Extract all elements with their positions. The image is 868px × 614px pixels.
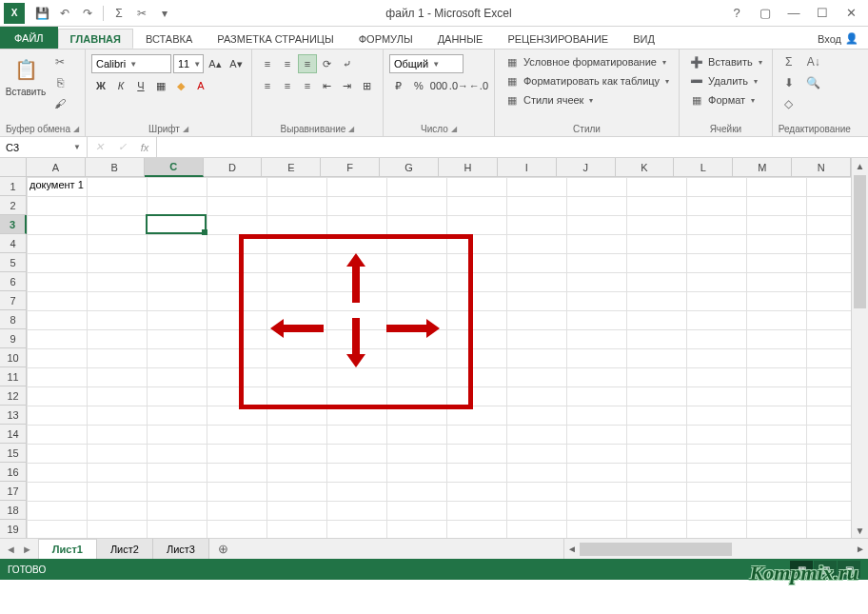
sheet-prev-button[interactable]: ◄: [6, 544, 16, 555]
row-header-7[interactable]: 7: [0, 291, 27, 310]
column-header-F[interactable]: F: [321, 158, 380, 177]
tab-view[interactable]: ВИД: [621, 29, 667, 49]
borders-button[interactable]: ▦: [151, 76, 170, 95]
decrease-indent-button[interactable]: ⇤: [318, 76, 337, 95]
scroll-thumb-h[interactable]: [580, 543, 732, 556]
align-middle-button[interactable]: ≡: [278, 54, 297, 73]
column-header-K[interactable]: K: [616, 158, 675, 177]
align-bottom-button[interactable]: ≡: [298, 54, 317, 73]
name-box[interactable]: C3▼: [0, 137, 88, 157]
row-header-3[interactable]: 3: [0, 215, 27, 234]
column-header-C[interactable]: C: [145, 158, 204, 177]
scroll-right-button[interactable]: ►: [853, 544, 868, 554]
increase-decimal-button[interactable]: .0→: [449, 76, 468, 95]
cell-styles-button[interactable]: ▦Стили ячеек▾: [501, 90, 673, 109]
cells-area[interactable]: документ 1: [27, 177, 851, 538]
clear-button[interactable]: ◇: [779, 94, 799, 113]
minimize-button[interactable]: —: [780, 4, 807, 23]
scroll-down-button[interactable]: ▼: [852, 523, 868, 538]
shrink-font-button[interactable]: A▾: [227, 54, 246, 73]
insert-cells-button[interactable]: ➕Вставить▾: [685, 52, 766, 71]
sheet-tab-2[interactable]: Лист2: [97, 539, 153, 559]
row-header-16[interactable]: 16: [0, 463, 27, 482]
column-header-G[interactable]: G: [380, 158, 439, 177]
ribbon-options-button[interactable]: ▢: [752, 4, 779, 23]
column-header-D[interactable]: D: [204, 158, 263, 177]
clipboard-dialog-icon[interactable]: ◢: [73, 125, 79, 133]
scroll-thumb-v[interactable]: [854, 175, 866, 308]
copy-button[interactable]: ⎘: [49, 73, 70, 92]
row-header-2[interactable]: 2: [0, 196, 27, 215]
vertical-scrollbar[interactable]: ▲ ▼: [851, 158, 868, 538]
row-header-18[interactable]: 18: [0, 501, 27, 520]
bold-button[interactable]: Ж: [91, 76, 110, 95]
align-top-button[interactable]: ≡: [258, 54, 277, 73]
tab-data[interactable]: ДАННЫЕ: [425, 29, 496, 49]
sheet-next-button[interactable]: ►: [22, 544, 32, 555]
select-all-button[interactable]: [0, 158, 27, 177]
page-break-view-button[interactable]: ▣: [838, 561, 860, 578]
decrease-decimal-button[interactable]: ←.0: [469, 76, 488, 95]
row-header-6[interactable]: 6: [0, 272, 27, 291]
normal-view-button[interactable]: ▦: [790, 561, 813, 578]
row-header-9[interactable]: 9: [0, 329, 27, 348]
row-header-8[interactable]: 8: [0, 310, 27, 329]
row-header-12[interactable]: 12: [0, 386, 27, 406]
row-header-1[interactable]: 1: [0, 177, 27, 196]
help-button[interactable]: ?: [723, 4, 750, 23]
orientation-button[interactable]: ⟳: [318, 54, 337, 73]
cut-button-small[interactable]: ✂: [49, 52, 70, 71]
row-header-11[interactable]: 11: [0, 367, 27, 386]
format-as-table-button[interactable]: ▦Форматировать как таблицу▾: [501, 71, 673, 90]
sheet-tab-3[interactable]: Лист3: [153, 539, 209, 559]
font-size-combo[interactable]: 11▼: [173, 54, 204, 73]
find-select-button[interactable]: 🔍: [803, 73, 824, 92]
align-right-button[interactable]: ≡: [298, 76, 317, 95]
column-header-A[interactable]: A: [27, 158, 86, 177]
font-dialog-icon[interactable]: ◢: [183, 125, 188, 133]
scroll-left-button[interactable]: ◄: [564, 544, 580, 554]
close-button[interactable]: ✕: [838, 4, 864, 23]
row-header-5[interactable]: 5: [0, 253, 27, 272]
autosum-button[interactable]: Σ: [109, 4, 128, 23]
column-header-L[interactable]: L: [674, 158, 733, 177]
column-header-H[interactable]: H: [439, 158, 498, 177]
grow-font-button[interactable]: A▴: [206, 54, 225, 73]
underline-button[interactable]: Ч: [131, 76, 150, 95]
increase-indent-button[interactable]: ⇥: [338, 76, 357, 95]
row-header-10[interactable]: 10: [0, 348, 27, 367]
column-header-M[interactable]: M: [733, 158, 792, 177]
align-center-button[interactable]: ≡: [278, 76, 297, 95]
conditional-formatting-button[interactable]: ▦Условное форматирование▾: [501, 52, 673, 71]
formula-bar[interactable]: [157, 137, 868, 157]
enter-formula-button[interactable]: ✓: [110, 141, 133, 153]
cell-a1[interactable]: документ 1: [27, 177, 103, 196]
save-button[interactable]: 💾: [32, 4, 51, 23]
fx-button[interactable]: fx: [133, 142, 156, 153]
sign-in-button[interactable]: Вход👤: [808, 29, 868, 49]
merge-cells-button[interactable]: ⊞: [358, 76, 377, 95]
column-header-B[interactable]: B: [86, 158, 145, 177]
fill-button[interactable]: ⬇: [779, 73, 799, 92]
format-painter-button[interactable]: 🖌: [49, 94, 70, 113]
align-dialog-icon[interactable]: ◢: [348, 125, 354, 133]
autosum-button-ribbon[interactable]: Σ: [779, 52, 799, 71]
cancel-formula-button[interactable]: ✕: [88, 141, 110, 153]
row-header-4[interactable]: 4: [0, 234, 27, 253]
delete-cells-button[interactable]: ➖Удалить▾: [685, 71, 766, 90]
tab-insert[interactable]: ВСТАВКА: [133, 29, 205, 49]
column-header-J[interactable]: J: [557, 158, 616, 177]
cut-button[interactable]: ✂: [132, 4, 151, 23]
number-format-combo[interactable]: Общий▼: [389, 54, 464, 73]
row-header-13[interactable]: 13: [0, 406, 27, 425]
page-layout-view-button[interactable]: ▥: [814, 561, 837, 578]
row-header-19[interactable]: 19: [0, 520, 27, 538]
tab-review[interactable]: РЕЦЕНЗИРОВАНИЕ: [495, 29, 621, 49]
redo-button[interactable]: ↷: [78, 4, 97, 23]
format-cells-button[interactable]: ▦Формат▾: [685, 90, 766, 109]
maximize-button[interactable]: ☐: [809, 4, 836, 23]
scroll-up-button[interactable]: ▲: [852, 158, 868, 173]
row-header-14[interactable]: 14: [0, 425, 27, 444]
font-color-button[interactable]: A: [191, 76, 210, 95]
tab-page-layout[interactable]: РАЗМЕТКА СТРАНИЦЫ: [205, 29, 345, 49]
